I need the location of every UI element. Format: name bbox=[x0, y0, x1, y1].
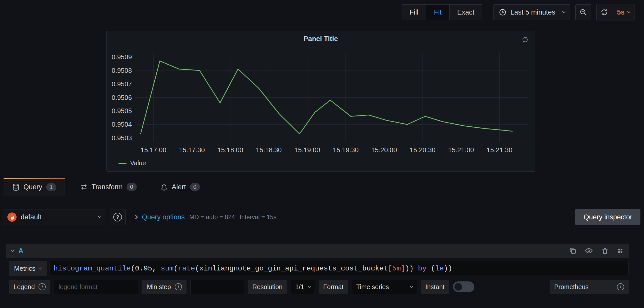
duplicate-query-icon[interactable] bbox=[569, 247, 577, 255]
query-row-header[interactable]: A bbox=[6, 244, 629, 258]
svg-text:15:18:30: 15:18:30 bbox=[256, 146, 282, 154]
format-value: Time series bbox=[356, 283, 389, 291]
svg-text:15:18:00: 15:18:00 bbox=[217, 146, 243, 154]
tab-label: Alert bbox=[172, 183, 186, 191]
datasource-picker[interactable]: default bbox=[3, 209, 105, 225]
metrics-dropdown-button[interactable]: Metrics bbox=[9, 261, 47, 276]
grafana-panel-editor: Fill Fit Exact Last 5 minutes bbox=[0, 0, 644, 308]
tab-badge: 0 bbox=[190, 183, 200, 191]
chevron-down-icon bbox=[39, 266, 42, 269]
resolution-label: Resolution bbox=[252, 283, 282, 291]
legend-label: Legend bbox=[14, 283, 35, 291]
tab-transform[interactable]: Transform 0 bbox=[72, 178, 145, 196]
svg-text:15:20:30: 15:20:30 bbox=[410, 146, 435, 154]
database-icon bbox=[12, 183, 20, 191]
query-options-row: Legend Min step Resolution 1/1 Format Ti… bbox=[6, 280, 629, 294]
query-row-actions bbox=[569, 247, 624, 255]
resolution-label-box: Resolution bbox=[248, 280, 287, 294]
exact-button[interactable]: Exact bbox=[450, 5, 482, 20]
info-icon[interactable] bbox=[617, 283, 624, 290]
svg-text:0.9503: 0.9503 bbox=[112, 134, 132, 142]
query-inspector-button[interactable]: Query inspector bbox=[575, 209, 640, 225]
tab-badge: 1 bbox=[46, 183, 56, 191]
svg-text:0.9509: 0.9509 bbox=[112, 53, 132, 61]
info-icon[interactable] bbox=[39, 283, 46, 290]
resolution-select[interactable]: 1/1 bbox=[291, 280, 315, 294]
refresh-icon bbox=[600, 8, 608, 16]
datasource-name: default bbox=[21, 213, 41, 221]
trash-icon[interactable] bbox=[601, 247, 609, 255]
svg-text:0.9504: 0.9504 bbox=[112, 121, 132, 128]
query-toolbar: default Query options MD = auto = 824 In… bbox=[3, 209, 640, 225]
legend-label-box: Legend bbox=[9, 280, 50, 294]
tab-alert[interactable]: Alert 0 bbox=[152, 178, 208, 196]
eye-icon[interactable] bbox=[585, 247, 593, 255]
query-options-toggle[interactable]: Query options bbox=[142, 213, 185, 221]
query-editor-row: Metrics histogram_quantile(0.95, sum(rat… bbox=[6, 261, 629, 276]
legend-format-input[interactable] bbox=[54, 280, 138, 294]
tab-badge: 0 bbox=[127, 183, 137, 191]
svg-text:15:19:00: 15:19:00 bbox=[294, 146, 320, 154]
refresh-interval-label: 5s bbox=[617, 8, 625, 16]
chevron-right-icon[interactable] bbox=[134, 215, 138, 219]
legend-series-swatch bbox=[118, 163, 127, 164]
drag-handle-icon[interactable] bbox=[617, 247, 624, 254]
bell-icon bbox=[160, 183, 168, 191]
tab-query[interactable]: Query 1 bbox=[4, 178, 65, 196]
refresh-interval-button[interactable]: 5s bbox=[612, 4, 635, 20]
svg-text:15:17:30: 15:17:30 bbox=[179, 146, 205, 154]
editor-tabs: Query 1 Transform 0 Alert 0 bbox=[0, 178, 644, 196]
datasource-help-button[interactable] bbox=[110, 209, 126, 225]
transform-icon bbox=[80, 183, 88, 191]
chevron-down-icon bbox=[562, 10, 565, 13]
zoom-out-icon bbox=[579, 8, 587, 16]
instant-label: Instant bbox=[425, 283, 444, 291]
info-icon[interactable] bbox=[175, 283, 182, 290]
svg-text:0.9506: 0.9506 bbox=[112, 94, 132, 101]
interval-text: Interval = 15s bbox=[240, 214, 277, 221]
svg-text:15:20:00: 15:20:00 bbox=[371, 146, 397, 154]
tab-label: Transform bbox=[92, 183, 123, 191]
help-icon bbox=[113, 213, 122, 221]
time-range-picker[interactable]: Last 5 minutes bbox=[493, 4, 570, 20]
refresh-picker: 5s bbox=[596, 4, 635, 20]
min-step-input[interactable] bbox=[190, 280, 244, 294]
panel-refresh-icon[interactable] bbox=[521, 35, 529, 44]
svg-text:0.9508: 0.9508 bbox=[112, 67, 132, 74]
prometheus-flame-icon bbox=[7, 212, 17, 222]
panel: Panel Title 15:17:0015:17:3015:18:0015:1… bbox=[106, 31, 535, 172]
refresh-button[interactable] bbox=[597, 4, 612, 20]
instant-toggle[interactable] bbox=[453, 281, 474, 292]
fill-button[interactable]: Fill bbox=[402, 5, 426, 20]
query-ref-id: A bbox=[18, 247, 23, 255]
format-select[interactable]: Time series bbox=[352, 280, 417, 294]
datasource-footer-box: Prometheus bbox=[550, 280, 629, 294]
svg-text:15:19:30: 15:19:30 bbox=[333, 146, 358, 154]
fit-button[interactable]: Fit bbox=[426, 5, 450, 20]
promql-input[interactable]: histogram_quantile(0.95, sum(rate(xinlia… bbox=[49, 261, 629, 276]
metrics-label: Metrics bbox=[14, 265, 35, 273]
datasource-footer-label: Prometheus bbox=[554, 283, 589, 291]
svg-text:15:21:00: 15:21:00 bbox=[448, 146, 474, 154]
legend-series-label[interactable]: Value bbox=[130, 159, 146, 167]
chevron-down-icon bbox=[627, 10, 630, 13]
format-label-box: Format bbox=[319, 280, 348, 294]
zoom-out-button[interactable] bbox=[575, 4, 591, 20]
svg-text:15:21:30: 15:21:30 bbox=[487, 146, 512, 154]
min-step-label: Min step bbox=[147, 283, 171, 291]
tab-label: Query bbox=[23, 183, 42, 191]
min-step-label-box: Min step bbox=[142, 280, 186, 294]
chart-legend: Value bbox=[118, 159, 146, 167]
svg-text:0.9505: 0.9505 bbox=[112, 107, 132, 115]
format-label: Format bbox=[323, 283, 343, 291]
resolution-value: 1/1 bbox=[295, 283, 304, 291]
clock-icon bbox=[499, 8, 506, 16]
chevron-down-icon bbox=[308, 285, 311, 288]
timeseries-chart[interactable]: 15:17:0015:17:3015:18:0015:18:3015:19:00… bbox=[109, 45, 533, 157]
panel-title[interactable]: Panel Title bbox=[107, 35, 535, 43]
chevron-down-icon bbox=[98, 215, 101, 218]
chevron-down-icon bbox=[410, 285, 413, 288]
view-mode-group: Fill Fit Exact bbox=[402, 4, 482, 20]
time-range-label: Last 5 minutes bbox=[510, 8, 555, 16]
max-data-points-text: MD = auto = 824 bbox=[189, 214, 235, 221]
